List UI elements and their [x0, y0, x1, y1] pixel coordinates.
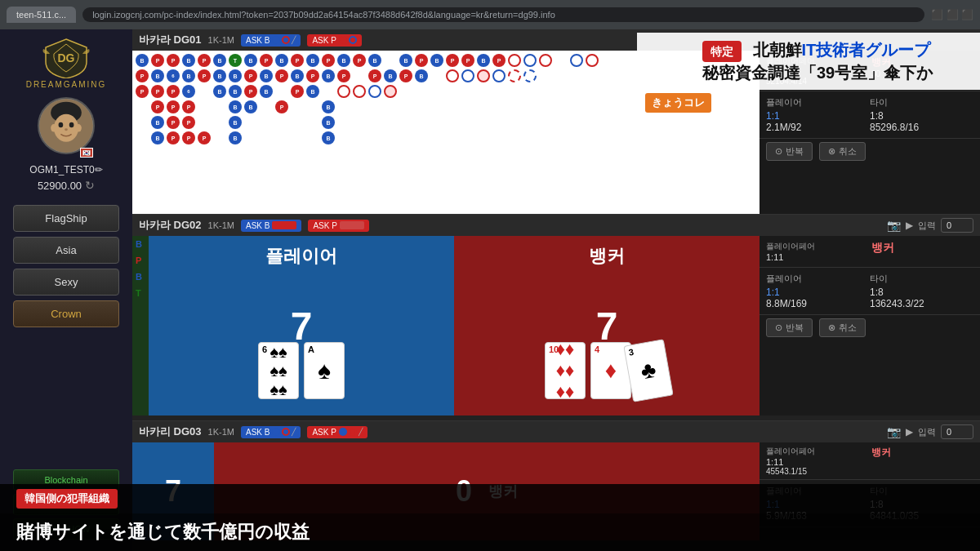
dg03-pair-label: 플레이어페어 [766, 446, 868, 457]
dg02-pair-section: 플레이어페어 1:11 [766, 241, 868, 262]
bead: B [260, 69, 273, 82]
refresh-icon[interactable]: ↻ [85, 179, 95, 192]
dg02-p-indicator [340, 221, 364, 229]
dg01-ask-p[interactable]: ASK P [307, 34, 361, 47]
dg03-play-icon[interactable]: ▶ [906, 426, 913, 438]
dg02-b-indicator [272, 221, 296, 229]
dg02-content: B P B T 플레이어 7 6 ♠♠♠♠♠♠ [132, 236, 980, 415]
bead: P [182, 100, 195, 113]
bead: T [229, 54, 242, 67]
bead: B [229, 131, 242, 144]
t-label: T [132, 285, 149, 301]
bead: B [291, 69, 304, 82]
bead: P [275, 69, 288, 82]
dg01-ask-b[interactable]: ASK B ╱ [241, 34, 301, 47]
bead: P [136, 85, 149, 98]
camera-icon[interactable]: 📷 [887, 219, 901, 232]
dg02-title: 바카라 DG02 [139, 218, 202, 233]
bead: P [337, 69, 350, 82]
dg02-banker-label: 뱅커 [589, 244, 625, 269]
dg01-pair-row: 플레이어페어 1:11 52104.4/14 뱅커 30 [760, 51, 980, 91]
dg01-pair-section: 플레이어페어 1:11 52104.4/14 [766, 56, 868, 86]
dg02-player-num: 8.8M/169 [766, 298, 870, 309]
dg02-pair-odds: 1:11 [766, 252, 868, 262]
dg02-main-stats: 플레이어 1:1 8.8M/169 타이 1:8 136243.3/22 [760, 268, 980, 315]
dg02-pair-row: 플레이어페어 1:11 뱅커 [760, 236, 980, 268]
cancel-icon2: ⊗ [828, 322, 835, 333]
dg02-repeat-btn[interactable]: ⊙ 반복 [766, 318, 813, 337]
bead: P [151, 100, 164, 113]
dg03-input[interactable] [941, 424, 973, 439]
bead: B [322, 131, 335, 144]
dg01-repeat-btn[interactable]: ⊙ 반복 [766, 142, 813, 161]
svg-point-8 [75, 124, 82, 131]
bead: B [213, 69, 226, 82]
bead: P [182, 131, 195, 144]
bead: P [167, 131, 180, 144]
dg02-player-odds: 1:1 [766, 287, 870, 298]
dg03-limit: 1K-1M [208, 427, 234, 437]
avatar-container: 🇰🇷 [38, 97, 95, 159]
dg03-camera-icon[interactable]: 📷 [887, 425, 901, 438]
flag-badge: 🇰🇷 [80, 148, 93, 158]
dg02-ask-b[interactable]: ASK B [241, 220, 301, 232]
repeat-icon: ⊙ [775, 146, 782, 157]
bead: B [229, 116, 242, 129]
banker-card-1: 10 ♦♦♦♦♦♦ [545, 342, 586, 399]
bead: P [198, 69, 211, 82]
dg02-ask-p[interactable]: ASK P [308, 220, 368, 232]
b-label2: B [132, 269, 149, 285]
dg01-cancel-btn[interactable]: ⊗ 취소 [819, 142, 866, 161]
logo-area: DG DREAMGAMING [26, 38, 107, 89]
dg02-player-score: 7 [291, 304, 313, 349]
bead: P [415, 54, 428, 67]
bead: P [198, 131, 211, 144]
dg02-input[interactable] [941, 218, 973, 233]
bead: B [322, 69, 335, 82]
card-suit-a: ♠ [318, 357, 331, 384]
bead: B [244, 100, 257, 113]
dg02-cancel-btn[interactable]: ⊗ 취소 [819, 318, 866, 337]
username: OGM1_TEST0✏ [29, 164, 102, 176]
bead: B [136, 54, 149, 67]
bead: P [167, 100, 180, 113]
dg01-main-stats: 플레이어 1:1 2.1M/92 타이 1:8 85296.8/16 [760, 91, 980, 139]
dg03-ask-b[interactable]: ASK B ╱ [241, 426, 301, 438]
svg-text:DG: DG [57, 51, 74, 64]
play-icon[interactable]: ▶ [906, 220, 913, 231]
flagship-button[interactable]: FlagShip [13, 205, 119, 232]
bead: P [151, 85, 164, 98]
dg03-controls: 📷 ▶ 입력 [887, 424, 973, 439]
dg01-row: 바카라 DG01 1K-1M ASK B ╱ ASK P [132, 29, 980, 215]
asia-button[interactable]: Asia [13, 237, 119, 264]
dg01-p-dots [339, 36, 357, 44]
crown-button[interactable]: Crown [13, 300, 119, 327]
url-bar[interactable]: login.izogcnj.com/pc-index/index.html?to… [82, 7, 924, 22]
dg01-bead-road: B P P B P B T B P B P B P B P [132, 51, 760, 214]
dg01-tie-label: 타이 [870, 96, 973, 109]
browser-controls: ⬛ ⬛ ⬛ [931, 9, 973, 20]
sexy-button[interactable]: Sexy [13, 269, 119, 295]
dg03-banker-label-s: 뱅커 [871, 446, 973, 460]
card-suit-c: ♣ [639, 357, 658, 385]
dg03-ask-p[interactable]: ASK P ╱ [307, 426, 367, 438]
bead: P [244, 69, 257, 82]
news-overlay: 韓国側の犯罪組織 賭博サイトを通じて数千億円の収益 [0, 484, 980, 551]
dg02-player-label: 플레이어 [265, 244, 337, 269]
dg01-stats: 플레이어페어 1:11 52104.4/14 뱅커 30 플레이어 1:1 [760, 51, 980, 214]
browser-tab[interactable]: teen-511.c... [7, 7, 76, 23]
banker-card-3: 3 ♣ [623, 339, 673, 402]
news-label: 韓国側の犯罪組織 [16, 489, 118, 509]
bead: B [337, 54, 350, 67]
logo-text: DREAMGAMING [26, 80, 107, 89]
dg02-player-area: 플레이어 7 6 ♠♠♠♠♠♠ A ♠ [149, 236, 454, 415]
dg03-pair-row: 플레이어페어 1:11 45543.1/15 뱅커 [760, 442, 980, 480]
bead: P [492, 54, 506, 67]
card-suit: ♠♠♠♠♠♠ [270, 343, 287, 399]
dg02-controls: 📷 ▶ 입력 [887, 218, 973, 233]
dg02-actions: ⊙ 반복 ⊗ 취소 [760, 315, 980, 340]
card-suit-d2: ♦ [605, 358, 617, 384]
dg01-player-label: 플레이어 [766, 96, 870, 109]
banker-cards: 10 ♦♦♦♦♦♦ 4 ♦ 3 ♣ [545, 342, 669, 399]
bead: P [182, 116, 195, 129]
